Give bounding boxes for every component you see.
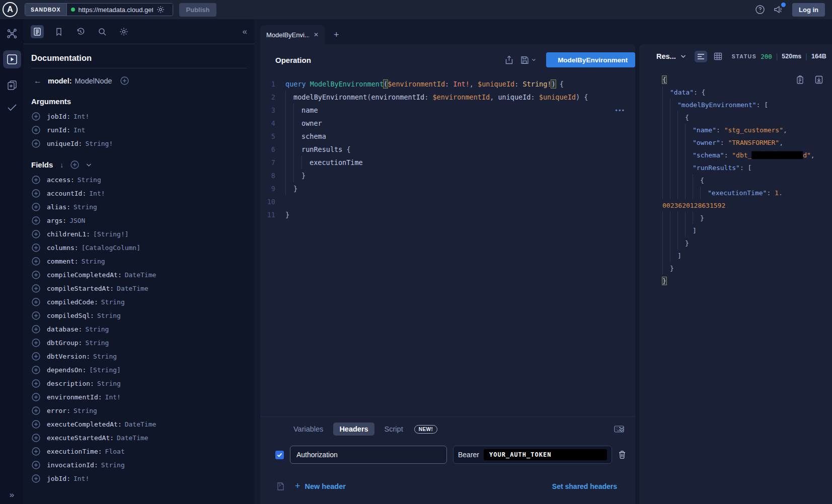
expand-rail-icon[interactable]: » <box>0 490 24 500</box>
checks-icon[interactable] <box>6 102 18 113</box>
operation-collection-icon[interactable] <box>7 79 18 91</box>
add-field-icon[interactable] <box>32 176 40 184</box>
schema-graph-icon[interactable] <box>7 28 18 39</box>
field-type[interactable]: Int! <box>105 393 121 401</box>
field-name[interactable]: error: <box>47 407 70 414</box>
share-operation-icon[interactable] <box>505 55 513 64</box>
search-icon[interactable] <box>96 25 109 38</box>
secondary-tab-headers[interactable]: Headers <box>333 423 374 436</box>
field-type[interactable]: [CatalogColumn] <box>82 244 140 251</box>
add-field-icon[interactable] <box>32 126 40 134</box>
field-type[interactable]: String <box>85 339 109 347</box>
header-key-input[interactable]: Authorization <box>290 446 447 464</box>
documentation-tab-icon[interactable] <box>31 25 44 38</box>
save-operation-icon[interactable] <box>520 56 536 64</box>
history-icon[interactable] <box>74 25 87 38</box>
add-field-icon[interactable] <box>32 447 40 456</box>
add-field-icon[interactable] <box>32 461 40 469</box>
field-type[interactable]: Int! <box>89 190 105 197</box>
field-type[interactable]: String <box>73 407 97 414</box>
explorer-icon[interactable] <box>3 50 21 68</box>
add-field-icon[interactable] <box>32 379 40 388</box>
add-field-icon[interactable] <box>32 366 40 374</box>
field-type[interactable]: String <box>101 298 125 306</box>
field-name[interactable]: compiledSql: <box>47 312 94 319</box>
saved-operations-bookmark-icon[interactable] <box>52 25 65 38</box>
endpoint-settings-gear-icon[interactable] <box>157 6 165 14</box>
field-type[interactable]: Int! <box>73 475 89 482</box>
add-field-icon[interactable] <box>32 230 40 238</box>
add-field-icon[interactable] <box>32 112 40 121</box>
add-field-icon[interactable] <box>32 311 40 320</box>
delete-header-icon[interactable] <box>618 450 626 459</box>
field-name[interactable]: dependsOn: <box>47 366 86 374</box>
field-type[interactable]: DateTime <box>125 421 157 428</box>
field-name[interactable]: description: <box>47 380 94 387</box>
new-header-button[interactable]: + New header <box>295 481 346 491</box>
add-field-icon[interactable] <box>32 325 40 333</box>
field-type[interactable]: String <box>85 325 109 333</box>
add-field-icon[interactable] <box>32 189 40 198</box>
field-name[interactable]: accountId: <box>47 190 86 197</box>
field-name[interactable]: comment: <box>47 258 79 265</box>
settings-gear-icon[interactable] <box>117 25 130 38</box>
add-field-icon[interactable] <box>32 139 40 148</box>
add-field-icon[interactable] <box>32 216 40 225</box>
apollo-logo[interactable]: A <box>3 2 18 17</box>
field-name[interactable]: executionTime: <box>47 448 102 455</box>
secondary-tab-script[interactable]: Script <box>379 423 409 436</box>
field-type[interactable]: String <box>73 203 97 211</box>
header-value-input[interactable]: Bearer YOUR_AUTH_TOKEN <box>453 446 612 464</box>
add-field-icon[interactable] <box>32 271 40 279</box>
add-field-icon[interactable] <box>32 243 40 252</box>
response-dropdown-label[interactable]: Res... <box>656 52 676 60</box>
field-name[interactable]: args: <box>47 217 66 224</box>
login-button[interactable]: Log in <box>792 3 825 17</box>
add-field-icon[interactable] <box>32 474 40 483</box>
field-type[interactable]: String <box>93 353 117 360</box>
add-field-icon[interactable] <box>32 257 40 266</box>
publish-button[interactable]: Publish <box>179 3 217 17</box>
operation-tab[interactable]: ModelByEnvi... ✕ <box>260 25 325 44</box>
response-dropdown-chevron-icon[interactable] <box>680 54 686 58</box>
field-name[interactable]: uniqueId: <box>47 140 82 147</box>
sort-fields-icon[interactable]: ↓ <box>60 161 63 169</box>
download-response-icon[interactable] <box>815 75 823 85</box>
graphql-editor[interactable]: 1query ModelByEnvironment($environmentId… <box>260 73 635 411</box>
add-field-icon[interactable] <box>32 298 40 306</box>
field-name[interactable]: compileStartedAt: <box>47 285 114 292</box>
field-type[interactable]: String <box>97 312 121 319</box>
endpoint-url-input[interactable]: https://metadata.cloud.get <box>79 6 153 14</box>
add-field-icon[interactable] <box>32 339 40 347</box>
field-name[interactable]: invocationId: <box>47 461 98 469</box>
field-name[interactable]: database: <box>47 325 82 333</box>
add-field-icon[interactable] <box>32 284 40 293</box>
field-name[interactable]: executeCompletedAt: <box>47 421 122 428</box>
field-type[interactable]: String <box>97 380 121 387</box>
help-icon[interactable] <box>755 5 765 15</box>
field-type[interactable]: String! <box>85 140 113 147</box>
preflight-script-icon[interactable] <box>276 482 285 491</box>
header-enabled-checkbox[interactable] <box>275 451 284 459</box>
field-name[interactable]: executeStartedAt: <box>47 434 114 442</box>
add-field-icon[interactable] <box>32 203 40 211</box>
field-type[interactable]: String <box>82 258 105 265</box>
set-shared-headers-link[interactable]: Set shared headers <box>552 482 617 490</box>
field-name[interactable]: columns: <box>47 244 79 251</box>
field-name[interactable]: compileCompletedAt: <box>47 271 122 279</box>
field-name[interactable]: runId: <box>47 126 70 134</box>
field-name[interactable]: alias: <box>47 203 70 211</box>
collapse-docs-icon[interactable]: « <box>243 27 247 37</box>
field-type[interactable]: DateTime <box>117 434 148 442</box>
auth-token-value[interactable]: YOUR_AUTH_TOKEN <box>484 449 607 460</box>
editor-options-ellipsis-icon[interactable]: ••• <box>615 107 625 114</box>
field-type[interactable]: String <box>101 461 125 469</box>
add-model-field-icon[interactable] <box>118 74 131 87</box>
new-tab-icon[interactable]: + <box>334 30 339 40</box>
run-operation-button[interactable]: ModelByEnvironment <box>546 52 635 67</box>
field-name[interactable]: dbtGroup: <box>47 339 82 347</box>
field-name[interactable]: environmentId: <box>47 393 102 401</box>
add-field-icon[interactable] <box>32 434 40 442</box>
field-name[interactable]: access: <box>47 176 74 184</box>
add-field-icon[interactable] <box>32 393 40 401</box>
